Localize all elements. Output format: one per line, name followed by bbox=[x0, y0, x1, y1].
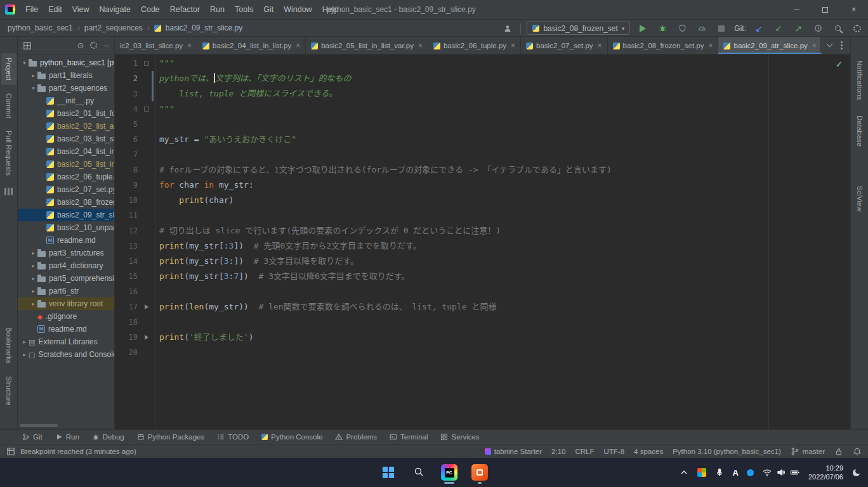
focus-assist-moon-icon[interactable] bbox=[852, 467, 862, 477]
gutter[interactable]: 16 bbox=[115, 284, 155, 299]
toolwindow-run[interactable]: Run bbox=[49, 430, 85, 444]
code-text[interactable]: """ bbox=[155, 101, 174, 117]
menu-code[interactable]: Code bbox=[136, 0, 165, 19]
code-text[interactable]: print(my_str[3:7]) # 3文字目以降6文字目までを取りだす。 bbox=[155, 269, 410, 284]
code-editor[interactable]: 1"""2pythonでは、文字列は、「文字のリスト」的なもの3 list, t… bbox=[115, 55, 850, 429]
minimize-button[interactable]: ─ bbox=[782, 0, 811, 19]
project-tree-item[interactable]: ▸venv library root bbox=[18, 297, 114, 310]
editor-tab[interactable]: basic2_04_list_in_list.py× bbox=[197, 37, 306, 55]
tree-chevron-icon[interactable]: ▸ bbox=[29, 250, 37, 256]
stripe-item-commit[interactable]: Commit bbox=[1, 89, 16, 123]
stripe-item-notifications[interactable]: Notifications bbox=[852, 56, 867, 105]
stripe-item-sciview[interactable]: SciView bbox=[852, 181, 867, 216]
menu-file[interactable]: File bbox=[20, 0, 43, 19]
code-with-me-icon[interactable] bbox=[501, 22, 515, 36]
indent-style[interactable]: 4 spaces bbox=[634, 448, 663, 455]
gutter[interactable]: 8 bbox=[115, 162, 155, 178]
stripe-item-structure[interactable]: Structure bbox=[1, 372, 16, 410]
code-text[interactable]: print('終了しました') bbox=[155, 330, 253, 345]
locate-file-icon[interactable]: ⊙ bbox=[77, 41, 84, 49]
settings-button[interactable] bbox=[850, 22, 864, 36]
code-text[interactable]: for char in my_str: bbox=[155, 178, 254, 193]
run-configuration-select[interactable]: basic2_08_frozen_set ▾ bbox=[527, 22, 630, 35]
gutter[interactable]: 4 bbox=[115, 101, 155, 117]
tree-chevron-icon[interactable]: ▸ bbox=[20, 339, 29, 345]
project-tree-item[interactable]: Mreadme.md bbox=[18, 323, 114, 335]
fold-marker-icon[interactable] bbox=[144, 61, 149, 66]
toolwindow-quick-access-icon[interactable] bbox=[6, 447, 15, 456]
commit-button[interactable]: ✓ bbox=[772, 22, 786, 36]
toolwindow-python-packages[interactable]: Python Packages bbox=[131, 430, 211, 444]
gutter[interactable]: 14 bbox=[115, 254, 155, 269]
menu-edit[interactable]: Edit bbox=[43, 0, 67, 19]
gutter-arrow-icon[interactable] bbox=[145, 304, 148, 309]
tab-close-icon[interactable]: × bbox=[296, 41, 300, 50]
stripe-item-project[interactable]: Project bbox=[1, 53, 16, 85]
project-tree-item[interactable]: ▸part6_str bbox=[18, 285, 114, 297]
toolwindow-debug[interactable]: Debug bbox=[86, 430, 130, 444]
coverage-button[interactable] bbox=[675, 22, 689, 36]
project-tree-item[interactable]: basic2_09_str_slice.py bbox=[18, 209, 114, 221]
project-tree-item[interactable]: basic2_02_list_append.py bbox=[18, 120, 114, 133]
bell-icon[interactable] bbox=[853, 447, 862, 456]
stripe-item-database[interactable]: Database bbox=[852, 111, 867, 151]
gutter[interactable]: 6 bbox=[115, 132, 155, 147]
editor-tab[interactable]: basic2_07_set.py× bbox=[521, 37, 608, 55]
project-tree-item[interactable]: ▸part3_structures bbox=[18, 247, 114, 259]
toolwindow-terminal[interactable]: Terminal bbox=[384, 430, 433, 444]
project-tree-item[interactable]: __init__.py bbox=[18, 94, 114, 107]
python-interpreter[interactable]: Python 3.10 (python_basic_sec1) bbox=[673, 448, 781, 455]
tray-blue-dot-icon[interactable] bbox=[747, 469, 754, 476]
gutter[interactable]: 5 bbox=[115, 117, 155, 132]
gutter[interactable]: 3 bbox=[115, 86, 155, 101]
editor-tab[interactable]: basic2_05_list_in_list_var.py× bbox=[306, 37, 428, 55]
git-branch[interactable]: master bbox=[791, 447, 825, 456]
project-tree-item[interactable]: basic2_10_unpack.py bbox=[18, 221, 114, 234]
tab-close-icon[interactable]: × bbox=[708, 41, 713, 50]
tree-chevron-icon[interactable]: ▸ bbox=[29, 72, 37, 79]
tree-chevron-icon[interactable]: ▸ bbox=[29, 263, 37, 269]
left-stripe-icon[interactable] bbox=[8, 188, 10, 195]
breadcrumb-package[interactable]: part2_sequences bbox=[84, 23, 143, 32]
project-tree-item[interactable]: basic2_05_list_in_list_var.py bbox=[18, 158, 114, 171]
project-tree-item[interactable]: Mreadme.md bbox=[18, 234, 114, 247]
close-button[interactable]: × bbox=[839, 0, 868, 19]
tab-close-icon[interactable]: × bbox=[511, 41, 515, 50]
toolwindow-git[interactable]: Git bbox=[16, 430, 48, 444]
tree-chevron-icon[interactable]: ▸ bbox=[29, 301, 37, 307]
fold-marker-icon[interactable] bbox=[144, 107, 149, 112]
maximize-button[interactable] bbox=[811, 0, 839, 19]
code-text[interactable]: print(char) bbox=[155, 193, 233, 208]
project-tree-item[interactable]: basic2_04_list_in_list.py bbox=[18, 145, 114, 158]
code-text[interactable]: print(my_str[3:]) # 3文字目以降を取りだす。 bbox=[155, 254, 358, 269]
project-tree-item[interactable]: ▾part2_sequences bbox=[18, 82, 114, 94]
tab-close-icon[interactable]: × bbox=[812, 41, 817, 50]
gutter[interactable]: 1 bbox=[115, 56, 155, 71]
gutter[interactable]: 20 bbox=[115, 345, 155, 360]
project-horizontal-scrollbar[interactable] bbox=[20, 424, 58, 427]
taskbar-pycharm-app[interactable]: PC bbox=[437, 460, 462, 485]
file-encoding[interactable]: UTF-8 bbox=[604, 448, 625, 455]
code-text[interactable]: print(len(my_str)) # len関数で要素数を調べられるのは、 … bbox=[155, 299, 496, 315]
debug-button[interactable] bbox=[655, 22, 669, 36]
tree-chevron-icon[interactable]: ▾ bbox=[29, 85, 37, 91]
menu-git[interactable]: Git bbox=[258, 0, 279, 19]
search-everywhere-button[interactable] bbox=[831, 22, 845, 36]
toolwindow-todo[interactable]: TODO bbox=[211, 430, 254, 444]
menu-run[interactable]: Run bbox=[205, 0, 230, 19]
menu-refactor[interactable]: Refactor bbox=[165, 0, 205, 19]
gutter[interactable]: 19 bbox=[115, 330, 155, 345]
editor-tab[interactable]: ic2_03_list_slice.py× bbox=[115, 37, 197, 55]
network-volume-battery-group[interactable] bbox=[762, 467, 800, 477]
tree-chevron-icon[interactable]: ▸ bbox=[29, 275, 37, 282]
hide-panel-icon[interactable]: ─ bbox=[103, 41, 109, 50]
editor-tab[interactable]: basic2_06_tuple.py× bbox=[428, 37, 521, 55]
breadcrumb-project[interactable]: python_basic_sec1 bbox=[8, 23, 73, 32]
code-text[interactable]: pythonでは、文字列は、「文字のリスト」的なもの bbox=[155, 71, 351, 86]
project-tree-item[interactable]: ▸part5_comprehension bbox=[18, 272, 114, 285]
project-tree-item[interactable]: ▸▢Scratches and Consoles bbox=[18, 348, 114, 361]
project-tree-item[interactable]: ▸▤External Libraries bbox=[18, 335, 114, 348]
gutter[interactable]: 7 bbox=[115, 147, 155, 162]
code-text[interactable]: """ bbox=[155, 56, 174, 71]
inspection-ok-icon[interactable]: ✓ bbox=[836, 60, 843, 69]
